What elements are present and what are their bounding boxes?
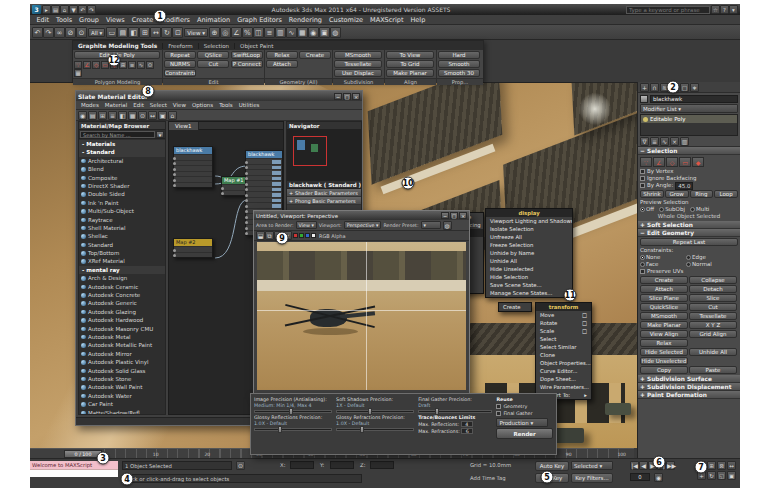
material-list-item[interactable]: Shell Material <box>79 224 165 232</box>
quad-menu-item[interactable]: Isolate Selection <box>486 225 572 233</box>
max-refractions-field[interactable]: 6 <box>461 428 473 434</box>
material-list-item[interactable]: - mental ray <box>79 266 165 274</box>
menu-item[interactable]: Views <box>102 16 128 24</box>
selection-region-icon[interactable]: ◧ <box>128 27 139 38</box>
unlink-selection-icon[interactable]: ⊘ <box>65 27 76 38</box>
reuse-option[interactable]: Geometry <box>496 403 553 410</box>
modifier-list-dropdown[interactable]: Modifier List <box>640 104 738 113</box>
zoom-extents-icon[interactable]: ⊠ <box>717 461 726 470</box>
ribbon-tab[interactable]: Selection <box>198 43 234 49</box>
zoom-all-icon[interactable]: ⊞ <box>707 461 716 470</box>
select-and-link-icon[interactable]: ∞ <box>54 27 65 38</box>
material-editor-menu-item[interactable]: Modes <box>78 102 102 108</box>
map-node[interactable]: Map #2 <box>173 238 213 258</box>
zoom-region-icon[interactable]: ◱ <box>717 471 726 480</box>
quad-menu-item[interactable]: Freeze Selection <box>486 241 572 249</box>
selection-lock-icon[interactable]: ⊙ <box>236 461 245 470</box>
material-list-item[interactable]: Autodesk Concrete <box>79 291 165 299</box>
window-crossing-icon[interactable]: ⊞ <box>139 27 150 38</box>
ribbon-button[interactable]: Smooth <box>438 60 480 68</box>
maxscript-listener-output[interactable] <box>30 469 118 477</box>
select-and-rotate-icon[interactable]: ↻ <box>161 27 172 38</box>
material-list-item[interactable]: Autodesk Plastic Vinyl <box>79 358 165 366</box>
rollout-header[interactable]: Paint Deformation <box>638 391 740 399</box>
layer-manager-icon[interactable]: ▥ <box>275 27 286 38</box>
material-editor-menu-item[interactable]: Material <box>102 102 130 108</box>
quad-menu-item[interactable]: Save Scene State... <box>486 281 572 289</box>
edit-geometry-button[interactable]: MSmooth <box>640 312 688 320</box>
soft-shadows-slider[interactable] <box>336 410 414 413</box>
search-options-icon[interactable]: ▾ <box>156 131 164 138</box>
material-list-item[interactable]: Autodesk Solid Glass <box>79 367 165 375</box>
material-list-item[interactable]: Autodesk Masonry CMU <box>79 325 165 333</box>
material-list-item[interactable]: Autodesk Ceramic <box>79 283 165 291</box>
layout-all-icon[interactable]: ⊞ <box>98 111 107 120</box>
ribbon-button[interactable]: Relax <box>266 51 298 59</box>
ribbon-button[interactable]: Tessellate <box>334 60 382 68</box>
mirror-icon[interactable]: ◫ <box>253 27 264 38</box>
edit-geometry-button[interactable]: X Y Z <box>689 321 737 329</box>
material-list-item[interactable]: Raytrace <box>79 216 165 224</box>
quad-menu-item[interactable]: Scale <box>536 327 591 335</box>
edit-geometry-button[interactable]: Grid Align <box>689 330 737 338</box>
3dsmax-logo-icon[interactable]: 3 <box>32 5 41 14</box>
menu-item[interactable]: Create <box>128 16 157 24</box>
material-editor-menu-item[interactable]: Tools <box>216 102 236 108</box>
open-file-icon[interactable]: ⌂ <box>60 5 69 14</box>
channel-display-label[interactable]: RGB Alpha <box>319 233 346 239</box>
key-mode-toggle-icon[interactable]: ◉ <box>654 473 663 482</box>
selected-set-dropdown[interactable]: Selected <box>571 461 613 470</box>
material-list-item[interactable]: Standard <box>79 241 165 249</box>
zoom-extents-icon[interactable]: ⌂ <box>168 111 177 120</box>
ribbon-button[interactable]: Attach <box>266 60 298 68</box>
save-image-icon[interactable]: ⬓ <box>256 231 265 240</box>
edit-geometry-button[interactable]: Copy <box>640 366 688 374</box>
tab-utilities[interactable]: ∗ <box>690 83 699 92</box>
select-and-move-icon[interactable]: ↔ <box>150 27 161 38</box>
red-channel-icon[interactable] <box>293 233 298 238</box>
constraint-option[interactable]: Edge <box>686 254 732 261</box>
material-list-item[interactable]: Architectural <box>79 157 165 165</box>
menu-item[interactable]: Graph Editors <box>234 16 286 24</box>
save-file-icon[interactable]: ▼ <box>69 5 78 14</box>
quad-menu-item[interactable]: Hide Unselected <box>486 265 572 273</box>
vertex-subobject-icon[interactable]: ∵ <box>74 61 82 69</box>
zoom-tool-icon[interactable]: ▣ <box>158 111 167 120</box>
rollout-header[interactable]: Subdivision Displacement <box>638 383 740 391</box>
previous-modifier-icon[interactable]: ∿ <box>137 61 145 69</box>
selection-button[interactable]: Shrink <box>640 190 664 198</box>
favorites-icon[interactable]: ☆ <box>711 5 720 14</box>
view-tab[interactable]: View1 <box>169 122 199 130</box>
material-list-item[interactable]: Top/Bottom <box>79 249 165 257</box>
quad-menu-item[interactable]: Dope Sheet... <box>536 375 591 383</box>
selection-filter-dropdown[interactable]: All <box>88 28 105 37</box>
repeat-last-button[interactable]: Repeat Last <box>640 238 738 246</box>
maximize-button[interactable]: □ <box>343 93 351 100</box>
bind-to-space-warp-icon[interactable]: ⊙ <box>76 27 87 38</box>
quad-menu-item[interactable]: Select <box>536 335 591 343</box>
remove-modifier-icon[interactable]: × <box>670 137 679 146</box>
material-list-item[interactable]: Double Sided <box>79 190 165 198</box>
edit-geometry-button[interactable]: Hide Selected <box>640 348 688 356</box>
glossy-refractions-slider[interactable] <box>336 428 414 431</box>
tab-create[interactable]: + <box>640 83 649 92</box>
show-material-in-viewport-icon[interactable]: ◉ <box>78 111 87 120</box>
pick-material-from-object-icon[interactable]: ▤ <box>88 111 97 120</box>
minimize-button[interactable]: − <box>441 212 449 219</box>
material-editor-title-bar[interactable]: Slate Material Editor − □ × <box>76 91 362 101</box>
show-end-result-icon[interactable]: ⊙ <box>146 61 154 69</box>
move-children-icon[interactable]: ◧ <box>118 111 127 120</box>
menu-item[interactable]: Tools <box>53 16 76 24</box>
material-list-item[interactable]: Autodesk Generic <box>79 299 165 307</box>
selection-button[interactable]: Ring <box>690 190 714 198</box>
vertex-mode-icon[interactable]: ∵ <box>640 157 652 167</box>
material-editor-menu-item[interactable]: Select <box>147 102 170 108</box>
quad-menu-item[interactable]: Curve Editor... <box>536 367 591 375</box>
constraint-option[interactable]: None <box>640 254 686 261</box>
align-icon[interactable]: ≡ <box>264 27 275 38</box>
green-channel-icon[interactable] <box>299 233 304 238</box>
parameter-rollout-header[interactable]: Shader Basic Parameters <box>287 189 361 197</box>
material-list-item[interactable]: Autodesk Stone <box>79 375 165 383</box>
next-modifier-icon[interactable]: ▦ <box>74 69 82 77</box>
menu-item[interactable]: Customize <box>325 16 366 24</box>
